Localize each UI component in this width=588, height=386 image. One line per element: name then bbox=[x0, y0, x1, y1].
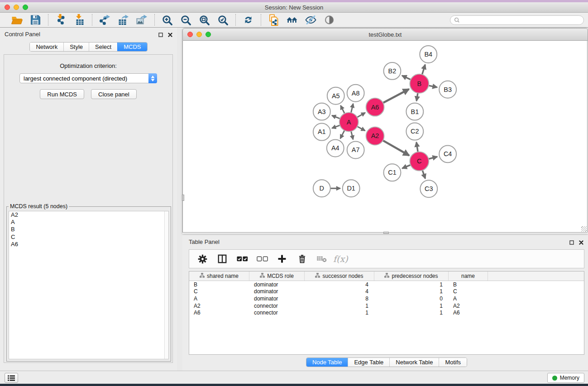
tab-mcds[interactable]: MCDS bbox=[117, 43, 147, 51]
cell-successor-nodes[interactable]: 1 bbox=[305, 303, 374, 309]
node-B1[interactable]: B1 bbox=[406, 103, 423, 120]
node-C4[interactable]: C4 bbox=[439, 145, 456, 162]
node-A[interactable]: A bbox=[339, 113, 359, 132]
table-settings-gear-icon[interactable] bbox=[196, 253, 208, 265]
cell-successor-nodes[interactable]: 1 bbox=[305, 310, 374, 316]
network-graph[interactable]: AA1A2A3A4A5A6A7A8BB1B2B3B4CC1C2C3C4DD1 bbox=[183, 41, 587, 232]
cell-predecessor-nodes[interactable]: 0 bbox=[374, 295, 449, 302]
result-list-item[interactable]: C bbox=[9, 234, 168, 241]
open-file-icon[interactable] bbox=[11, 14, 23, 26]
cell-successor-nodes[interactable]: 4 bbox=[305, 281, 374, 288]
clone-network-icon[interactable] bbox=[268, 14, 280, 26]
task-history-button[interactable] bbox=[5, 373, 18, 383]
cell-successor-nodes[interactable]: 4 bbox=[305, 288, 374, 295]
cell-predecessor-nodes[interactable]: 1 bbox=[374, 281, 449, 288]
edge-A-A6[interactable] bbox=[356, 113, 365, 118]
result-list-item[interactable]: A6 bbox=[9, 241, 168, 248]
criterion-dropdown[interactable]: largest connected component (directed) bbox=[19, 73, 157, 83]
node-B[interactable]: B bbox=[410, 74, 429, 93]
tab-select[interactable]: Select bbox=[89, 43, 117, 51]
main-titlebar[interactable]: Session: New Session bbox=[0, 2, 588, 13]
mcds-result-list[interactable]: A2ABCA6 bbox=[9, 211, 169, 359]
resize-grip[interactable] bbox=[581, 226, 587, 232]
edge-A6-B[interactable] bbox=[382, 89, 409, 103]
column-header-shared-name[interactable]: shared name bbox=[189, 272, 249, 281]
cell-name[interactable]: B bbox=[449, 281, 488, 288]
zoom-in-icon[interactable] bbox=[161, 14, 173, 26]
edge-A-A4[interactable] bbox=[340, 129, 345, 138]
close-panel-icon[interactable] bbox=[168, 31, 172, 39]
cell-shared-name[interactable]: A6 bbox=[189, 310, 249, 316]
node-A3[interactable]: A3 bbox=[313, 103, 330, 120]
node-C[interactable]: C bbox=[410, 152, 429, 171]
cell-name[interactable]: A2 bbox=[449, 303, 488, 309]
node-A1[interactable]: A1 bbox=[313, 124, 330, 141]
cell-shared-name[interactable]: C bbox=[189, 288, 249, 295]
search-field[interactable] bbox=[450, 15, 584, 25]
table-row[interactable]: Bdominator41B bbox=[189, 281, 584, 288]
cell-MCDS-role[interactable]: connector bbox=[249, 310, 305, 316]
cell-MCDS-role[interactable]: dominator bbox=[249, 295, 305, 302]
cell-successor-nodes[interactable]: 8 bbox=[305, 295, 374, 302]
select-all-columns-icon[interactable] bbox=[236, 253, 248, 265]
node-C3[interactable]: C3 bbox=[420, 180, 437, 197]
tab-node-table[interactable]: Node Table bbox=[306, 358, 348, 367]
table-row[interactable]: A2connector11A2 bbox=[189, 302, 584, 310]
import-network-icon[interactable] bbox=[55, 14, 67, 26]
edge-B-B3[interactable] bbox=[428, 86, 437, 87]
edge-A-A1[interactable] bbox=[332, 125, 341, 128]
network-canvas[interactable]: AA1A2A3A4A5A6A7A8BB1B2B3B4CC1C2C3C4DD1 bbox=[182, 41, 588, 233]
cell-MCDS-role[interactable]: connector bbox=[249, 303, 305, 309]
node-A5[interactable]: A5 bbox=[327, 87, 344, 105]
edge-A-A5[interactable] bbox=[340, 105, 345, 114]
export-table-icon[interactable] bbox=[117, 14, 129, 26]
close-table-panel-icon[interactable] bbox=[579, 238, 583, 247]
tab-motifs[interactable]: Motifs bbox=[439, 358, 467, 367]
cell-MCDS-role[interactable]: dominator bbox=[249, 281, 305, 288]
export-image-icon[interactable] bbox=[136, 14, 148, 26]
column-header-name[interactable]: name bbox=[449, 272, 488, 281]
tab-network[interactable]: Network bbox=[30, 43, 63, 51]
import-table-icon[interactable] bbox=[73, 14, 86, 26]
node-B3[interactable]: B3 bbox=[439, 81, 456, 98]
edge-C-C4[interactable] bbox=[428, 157, 437, 159]
create-column-plus-icon[interactable] bbox=[276, 253, 288, 265]
node-B4[interactable]: B4 bbox=[420, 46, 437, 63]
node-A2[interactable]: A2 bbox=[366, 127, 384, 145]
zoom-out-icon[interactable] bbox=[180, 14, 192, 26]
save-session-icon[interactable] bbox=[29, 14, 42, 26]
cell-shared-name[interactable]: A2 bbox=[189, 303, 249, 309]
edge-C-C3[interactable] bbox=[422, 169, 425, 178]
run-mcds-button[interactable]: Run MCDS bbox=[40, 89, 84, 99]
vertical-scrollbar-thumb[interactable] bbox=[182, 195, 184, 201]
edge-A-A7[interactable] bbox=[351, 130, 353, 139]
cell-shared-name[interactable]: B bbox=[189, 281, 249, 288]
show-graphics-icon[interactable] bbox=[323, 14, 335, 26]
edge-B-B4[interactable] bbox=[422, 65, 425, 76]
refresh-icon[interactable] bbox=[242, 14, 254, 26]
hide-graphics-icon[interactable] bbox=[305, 14, 317, 26]
node-D1[interactable]: D1 bbox=[343, 180, 360, 197]
result-list-item[interactable]: A2 bbox=[9, 211, 168, 219]
column-header-predecessor-nodes[interactable]: predecessor nodes bbox=[374, 272, 449, 281]
cell-predecessor-nodes[interactable]: 1 bbox=[374, 303, 449, 309]
node-A6[interactable]: A6 bbox=[366, 98, 384, 116]
network-window-titlebar[interactable]: testGlobe.txt bbox=[182, 28, 588, 41]
edge-A-A3[interactable] bbox=[332, 115, 341, 119]
float-table-panel-icon[interactable] bbox=[569, 238, 574, 247]
delete-column-trash-icon[interactable] bbox=[296, 253, 308, 265]
cell-name[interactable]: A bbox=[449, 295, 488, 302]
cell-predecessor-nodes[interactable]: 1 bbox=[374, 310, 449, 316]
column-header-successor-nodes[interactable]: successor nodes bbox=[305, 272, 374, 281]
horizontal-scrollbar-thumb[interactable] bbox=[383, 232, 389, 234]
tab-edge-table[interactable]: Edge Table bbox=[348, 358, 389, 367]
zoom-selected-icon[interactable] bbox=[217, 14, 229, 26]
node-A8[interactable]: A8 bbox=[347, 85, 364, 102]
table-row[interactable]: Cdominator41C bbox=[189, 288, 584, 295]
tab-network-table[interactable]: Network Table bbox=[389, 358, 439, 367]
deselect-all-columns-icon[interactable] bbox=[256, 253, 268, 265]
node-A4[interactable]: A4 bbox=[327, 139, 344, 157]
edge-C-C2[interactable] bbox=[416, 142, 418, 152]
float-panel-icon[interactable] bbox=[158, 31, 163, 39]
edge-A-A8[interactable] bbox=[351, 104, 353, 114]
